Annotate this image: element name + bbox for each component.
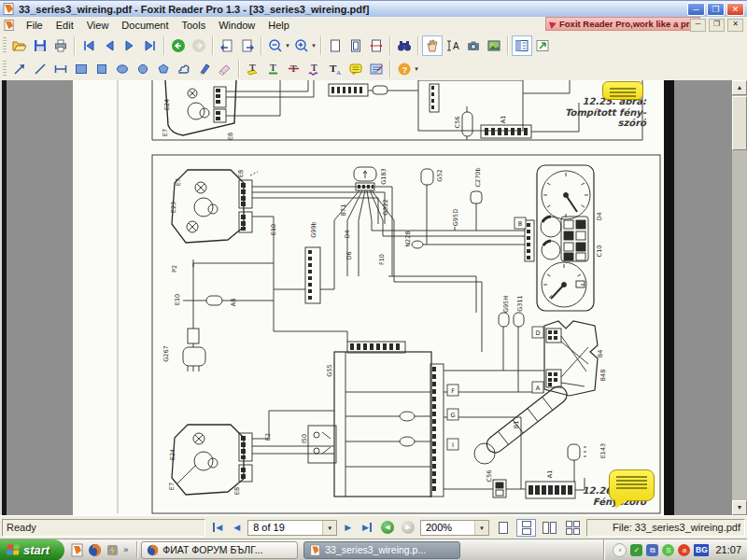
quick-launch-winamp-icon[interactable]: [106, 543, 120, 557]
squiggly-tool-button[interactable]: T: [304, 59, 325, 79]
facing-layout-button[interactable]: [540, 519, 559, 537]
arrow-tool-button[interactable]: [9, 59, 30, 79]
note-tool-button[interactable]: [345, 59, 366, 79]
next-page-button[interactable]: [120, 35, 140, 56]
save-button[interactable]: [30, 35, 50, 56]
hand-tool-button[interactable]: [422, 35, 443, 56]
strikeout-tool-button[interactable]: T: [284, 59, 304, 79]
quick-launch-foxit-icon[interactable]: [70, 543, 84, 557]
find-button[interactable]: [394, 35, 415, 56]
status-prev-page-button[interactable]: ◀: [230, 523, 244, 532]
sticky-note-comment-icon[interactable]: [609, 469, 655, 501]
zoom-out-button[interactable]: [265, 35, 286, 56]
toolbar-grip[interactable]: [3, 37, 7, 54]
tray-collapse-chevron[interactable]: ‹: [613, 543, 627, 557]
svg-text:F: F: [451, 387, 455, 395]
quick-launch-overflow-chevron[interactable]: »: [123, 545, 128, 554]
scrollbar-thumb[interactable]: [732, 96, 747, 150]
prev-page-button[interactable]: [99, 35, 120, 56]
status-forward-view-button[interactable]: ▶: [402, 521, 415, 534]
actual-size-button[interactable]: [325, 35, 345, 56]
child-close-button[interactable]: ✕: [727, 19, 743, 32]
highlight-tool-button[interactable]: T: [243, 59, 263, 79]
tray-skype-icon[interactable]: S: [662, 544, 674, 556]
toolbar-grip[interactable]: [3, 61, 7, 77]
language-indicator[interactable]: BG: [694, 544, 709, 556]
menu-edit[interactable]: Edit: [49, 18, 80, 33]
zoom-combo-dropdown-icon[interactable]: ▾: [474, 521, 488, 535]
minimize-button[interactable]: ─: [687, 3, 705, 16]
tray-antivirus-icon[interactable]: a: [678, 544, 690, 556]
first-page-button[interactable]: [78, 35, 99, 56]
menu-document[interactable]: Document: [115, 18, 175, 33]
task-button-foxit-active[interactable]: 33_series3_wireing.p...: [303, 541, 460, 559]
child-restore-button[interactable]: ❐: [709, 19, 725, 32]
picture-button[interactable]: [484, 35, 504, 56]
menu-view[interactable]: View: [80, 18, 116, 33]
square-tool-button[interactable]: [92, 59, 112, 79]
zoom-in-button[interactable]: [291, 35, 312, 56]
tray-network-icon[interactable]: ⧉: [646, 544, 658, 556]
snapshot-button[interactable]: [463, 35, 484, 56]
typewriter-tool-button[interactable]: TA: [325, 59, 345, 79]
zoom-combo[interactable]: 200% ▾: [420, 520, 489, 536]
help-dropdown[interactable]: ▾: [413, 65, 420, 73]
sticky-note-icon[interactable]: [602, 81, 643, 100]
ad-banner[interactable]: Foxit Reader Pro,work like a pro!: [545, 17, 700, 31]
scroll-down-button[interactable]: ▼: [732, 500, 747, 515]
close-button[interactable]: ✕: [726, 3, 744, 16]
cloud-tool-button[interactable]: [174, 59, 194, 79]
document-viewport[interactable]: E24E7E8C56A1E7E23E8E10P2E10A8G267E24E7E8…: [0, 80, 747, 515]
distance-tool-button[interactable]: [50, 59, 71, 79]
oval-tool-button[interactable]: [112, 59, 133, 79]
menu-file[interactable]: File: [20, 18, 49, 33]
last-page-button[interactable]: [140, 35, 161, 56]
start-button[interactable]: start: [0, 539, 64, 560]
line-tool-button[interactable]: [30, 59, 50, 79]
full-screen-button[interactable]: [532, 35, 553, 56]
menu-help[interactable]: Help: [261, 18, 296, 33]
vertical-scrollbar[interactable]: ▲ ▼: [732, 80, 747, 515]
select-text-button[interactable]: A: [443, 35, 463, 56]
polygon-tool-button[interactable]: [153, 59, 174, 79]
menu-window[interactable]: Window: [212, 18, 261, 33]
status-first-page-button[interactable]: ◀: [209, 523, 226, 532]
underline-tool-button[interactable]: T: [263, 59, 284, 79]
task-button-firefox[interactable]: ФИАТ ФОРУМ БЪЛГ...: [141, 541, 298, 559]
child-minimize-button[interactable]: ─: [690, 19, 706, 32]
continuous-facing-layout-button[interactable]: [563, 519, 583, 537]
fit-page-button[interactable]: [345, 35, 366, 56]
status-last-page-button[interactable]: ▶: [359, 523, 375, 532]
continuous-layout-button[interactable]: [516, 519, 536, 537]
page-number-combo[interactable]: 8 of 19 ▾: [247, 520, 337, 536]
quick-launch-firefox-icon[interactable]: [88, 543, 102, 557]
scroll-up-button[interactable]: ▲: [732, 80, 747, 95]
firefox-task-icon: [147, 544, 159, 556]
pencil-tool-icon: [197, 62, 212, 77]
page-combo-dropdown-icon[interactable]: ▾: [322, 521, 336, 535]
fit-width-button[interactable]: [366, 35, 387, 56]
help-button[interactable]: ?: [394, 59, 415, 79]
print-button[interactable]: [50, 35, 71, 56]
next-view-button[interactable]: [237, 35, 258, 56]
single-page-layout-button[interactable]: [493, 519, 513, 537]
back-view-button[interactable]: [168, 35, 189, 56]
svg-text:D4: D4: [344, 230, 351, 238]
zoom-in-dropdown[interactable]: ▾: [310, 42, 317, 49]
tray-shield-icon[interactable]: ✓: [630, 544, 642, 556]
open-button[interactable]: [9, 35, 30, 56]
prev-view-button[interactable]: [217, 35, 237, 56]
circle-tool-button[interactable]: [133, 59, 153, 79]
pencil-tool-button[interactable]: [194, 59, 215, 79]
rectangle-tool-button[interactable]: [71, 59, 92, 79]
show-comments-button[interactable]: [366, 59, 387, 79]
restore-button[interactable]: ❐: [707, 3, 725, 16]
svg-text:E8: E8: [237, 170, 245, 177]
status-next-page-button[interactable]: ▶: [341, 523, 355, 532]
bookmarks-panel-button[interactable]: [512, 35, 532, 56]
menu-tools[interactable]: Tools: [176, 18, 213, 33]
zoom-out-dropdown[interactable]: ▾: [284, 42, 291, 49]
forward-view-button[interactable]: [189, 35, 209, 56]
eraser-tool-button[interactable]: [215, 59, 235, 79]
status-back-view-button[interactable]: ◀: [381, 521, 394, 534]
